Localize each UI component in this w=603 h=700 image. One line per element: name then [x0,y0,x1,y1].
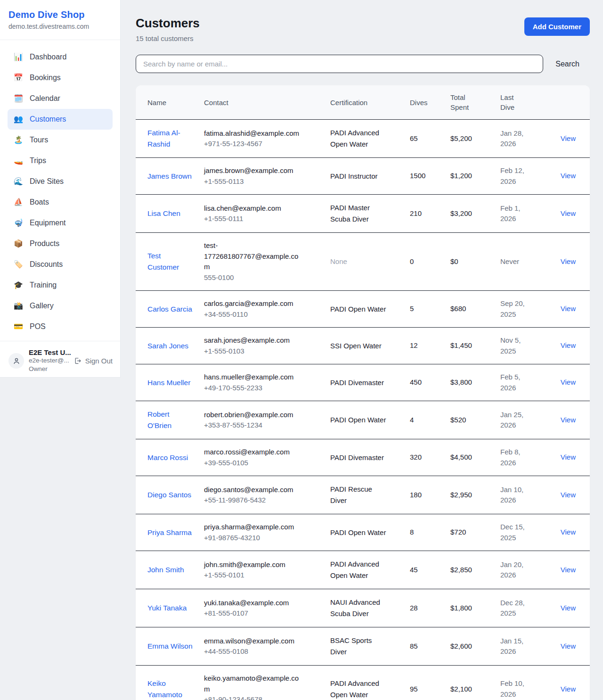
customer-name-link[interactable]: Marco Rossi [147,452,188,463]
sidebar-item-bookings[interactable]: 📅 Bookings [8,67,113,88]
customer-phone: +1-555-0111 [204,214,326,224]
sidebar-item-tours[interactable]: 🏝️ Tours [8,130,113,150]
trips-icon: 🚤 [13,155,24,166]
customer-certification: PADI Advanced Open Water [330,678,388,700]
customer-name-link[interactable]: Priya Sharma [147,527,192,538]
customer-dives: 5 [410,305,414,313]
view-link[interactable]: View [561,416,576,424]
customer-total-spent: $0 [450,257,458,265]
search-button[interactable]: Search [543,56,590,72]
user-name: E2E Test U... [29,348,69,356]
customer-name-link[interactable]: Sarah Jones [147,340,188,352]
customer-email: john.smith@example.com [204,560,304,570]
customer-name-link[interactable]: Emma Wilson [147,641,193,652]
shop-title: Demo Dive Shop [8,9,112,20]
table-row: John Smith john.smith@example.com +1-555… [136,551,590,589]
view-link[interactable]: View [561,305,576,313]
sidebar-item-training[interactable]: 🎓 Training [8,275,113,296]
customer-email: robert.obrien@example.com [204,410,304,420]
view-link[interactable]: View [561,685,576,693]
pos-icon: 💳 [13,321,24,332]
sidebar-item-dive-sites[interactable]: 🌊 Dive Sites [8,171,113,192]
sidebar-item-trips[interactable]: 🚤 Trips [8,150,113,171]
customer-name-link[interactable]: Lisa Chen [147,208,180,219]
view-link[interactable]: View [561,378,576,386]
view-link[interactable]: View [561,566,576,574]
customer-phone: +353-87-555-1234 [204,420,326,431]
customer-count: 15 total customers [136,34,200,42]
customer-name-link[interactable]: Yuki Tanaka [147,602,187,614]
sidebar-item-calendar[interactable]: 🗓️ Calendar [8,88,113,109]
customer-name-link[interactable]: Robert O'Brien [147,409,193,431]
gallery-icon: 📸 [13,300,24,312]
user-info: E2E Test U... e2e-tester@... Owner [29,348,69,373]
sidebar-item-gallery[interactable]: 📸 Gallery [8,296,113,316]
customer-phone: +55-11-99876-5432 [204,495,326,506]
view-link[interactable]: View [561,134,576,142]
tours-icon: 🏝️ [13,134,24,146]
customer-phone: 555-0100 [204,272,326,283]
customer-name-link[interactable]: Fatima Al-Rashid [147,127,193,150]
customer-total-spent: $2,850 [450,566,472,574]
view-link[interactable]: View [561,528,576,536]
customer-phone: +1-555-0113 [204,176,326,187]
sidebar-nav: 📊 Dashboard 📅 Bookings 🗓️ Calendar 👥 Cus… [0,40,120,341]
customer-last-dive: Never [500,256,519,267]
table-row: Sarah Jones sarah.jones@example.com +1-5… [136,328,590,364]
customer-certification: PADI Divemaster [330,452,384,463]
customer-name-link[interactable]: Test Customer [147,250,193,273]
customer-phone: +81-90-1234-5678 [204,694,326,700]
column-header: Total Spent [450,92,471,112]
customer-certification: PADI Rescue Diver [330,484,388,506]
view-link[interactable]: View [561,209,576,217]
add-customer-button[interactable]: Add Customer [524,17,590,36]
customer-total-spent: $680 [450,305,466,313]
dive-sites-icon: 🌊 [13,176,24,187]
customer-name-link[interactable]: Keiko Yamamoto [147,678,193,700]
column-header: Dives [410,98,428,107]
user-icon [12,357,21,365]
sidebar-item-discounts[interactable]: 🏷️ Discounts [8,254,113,275]
sidebar-item-customers[interactable]: 👥 Customers [8,109,113,130]
view-link[interactable]: View [561,491,576,499]
customer-name-link[interactable]: John Smith [147,564,184,576]
customer-total-spent: $2,950 [450,491,472,499]
sidebar-item-dashboard[interactable]: 📊 Dashboard [8,47,113,67]
customer-email: test-1772681807767@example.com [204,240,304,272]
sidebar-item-pos[interactable]: 💳 POS [8,316,113,337]
view-link[interactable]: View [561,172,576,180]
customer-dives: 180 [410,491,422,499]
customer-email: carlos.garcia@example.com [204,298,304,309]
customer-dives: 450 [410,378,422,386]
customer-name-link[interactable]: Diego Santos [147,489,191,501]
view-link[interactable]: View [561,257,576,265]
customer-certification: PADI Advanced Open Water [330,127,388,150]
customer-email: hans.mueller@example.com [204,372,304,383]
sidebar: Demo Dive Shop demo.test.divestreams.com… [0,0,121,378]
customer-total-spent: $1,450 [450,341,472,349]
customer-name-link[interactable]: Carlos Garcia [147,304,192,315]
table-row: Test Customer test-1772681807767@example… [136,233,590,291]
sidebar-item-equipment[interactable]: 🤿 Equipment [8,213,113,233]
sidebar-item-products[interactable]: 📦 Products [8,233,113,254]
column-header: Last Dive [500,92,518,112]
view-link[interactable]: View [561,453,576,461]
customer-dives: 12 [410,341,418,349]
customer-name-link[interactable]: James Brown [147,171,192,182]
view-link[interactable]: View [561,642,576,650]
customer-dives: 95 [410,685,418,693]
search-input[interactable] [136,55,543,73]
sign-out-button[interactable]: Sign Out [73,357,113,365]
table-header: NameContactCertificationDivesTotal Spent… [136,85,590,120]
view-link[interactable]: View [561,341,576,349]
customer-email: emma.wilson@example.com [204,636,304,647]
customer-phone: +1-555-0103 [204,346,326,357]
sidebar-item-boats[interactable]: ⛵ Boats [8,192,113,213]
table-row: Robert O'Brien robert.obrien@example.com… [136,401,590,439]
discounts-icon: 🏷️ [13,259,24,270]
column-header: Certification [330,98,367,107]
customer-phone: +91-98765-43210 [204,533,326,544]
customer-name-link[interactable]: Hans Mueller [147,377,190,388]
view-link[interactable]: View [561,604,576,612]
page-title: Customers [136,16,200,31]
